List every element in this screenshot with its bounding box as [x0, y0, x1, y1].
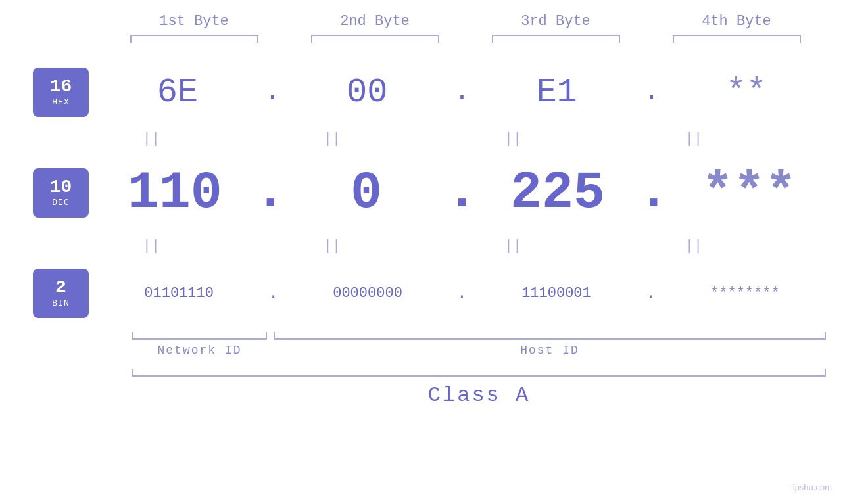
byte-headers: 1st Byte 2nd Byte 3rd Byte 4th Byte	[104, 13, 827, 30]
hex-sep1: .	[264, 78, 280, 107]
dec-byte1: 110	[103, 163, 247, 223]
dec-byte4: ***	[677, 163, 821, 223]
id-labels-row: Network ID Host ID	[132, 344, 826, 357]
dec-badge: 10 DEC	[33, 168, 89, 218]
hex-sep3: .	[644, 78, 660, 107]
bin-byte2: 00000000	[295, 285, 440, 302]
hex-sep2: .	[454, 78, 470, 107]
equals-row-2: || || || ||	[61, 238, 785, 254]
class-label-row: Class A	[132, 383, 826, 407]
bin-byte3: 11100001	[484, 285, 629, 302]
hex-badge: 16 HEX	[33, 68, 89, 117]
dec-byte2: 0	[294, 163, 439, 223]
hex-badge-label: HEX	[52, 97, 69, 107]
host-id-label: Host ID	[274, 344, 826, 357]
hex-badge-num: 16	[50, 77, 72, 97]
hex-byte2: 00	[295, 73, 439, 112]
bin-badge-label: BIN	[52, 298, 69, 308]
full-bracket-row	[132, 369, 826, 377]
bracket-2	[311, 35, 439, 43]
full-bracket-line	[132, 369, 826, 377]
bin-byte4: ********	[673, 285, 817, 302]
dec-sep3: .	[638, 166, 669, 219]
equals-row-1: || || || ||	[61, 131, 785, 147]
hex-byte3: E1	[485, 73, 629, 112]
bin-sep2: .	[457, 285, 466, 302]
bracket-3	[492, 35, 620, 43]
byte-header-2: 2nd Byte	[302, 13, 447, 30]
bin-values: 01101110 . 00000000 . 11100001 . *******…	[99, 285, 845, 302]
eq1-b3: ||	[441, 131, 585, 147]
class-label: Class A	[428, 383, 530, 407]
eq2-b3: ||	[441, 238, 585, 254]
dec-byte3: 225	[485, 163, 630, 223]
dec-sep1: .	[254, 166, 286, 219]
bracket-4	[673, 35, 801, 43]
bin-byte1: 01101110	[107, 285, 251, 302]
bin-badge: 2 BIN	[33, 269, 89, 318]
byte-header-3: 3rd Byte	[483, 13, 628, 30]
network-id-label: Network ID	[132, 344, 267, 357]
eq1-b2: ||	[260, 131, 404, 147]
hex-byte1: 6E	[105, 73, 250, 112]
dec-values: 110 . 0 . 225 . ***	[99, 163, 845, 223]
top-bracket-row	[104, 35, 827, 43]
eq1-b1: ||	[79, 131, 224, 147]
dec-sep2: .	[446, 166, 477, 219]
hex-row: 16 HEX 6E . 00 . E1 . **	[0, 56, 845, 128]
dec-badge-label: DEC	[52, 198, 69, 208]
watermark: ipshu.com	[793, 482, 832, 492]
hex-byte4: **	[674, 73, 819, 112]
eq2-b4: ||	[621, 238, 766, 254]
bin-badge-num: 2	[55, 278, 66, 298]
main-container: 1st Byte 2nd Byte 3rd Byte 4th Byte 16 H…	[0, 0, 845, 504]
eq2-b2: ||	[260, 238, 404, 254]
bottom-bracket-row	[132, 332, 826, 340]
network-bracket	[132, 332, 267, 340]
bin-sep1: .	[268, 285, 278, 302]
bracket-1	[130, 35, 258, 43]
bin-row: 2 BIN 01101110 . 00000000 . 11100001 . *…	[0, 257, 845, 329]
dec-badge-num: 10	[50, 177, 72, 198]
eq1-b4: ||	[621, 131, 766, 147]
host-bracket	[274, 332, 826, 340]
byte-header-4: 4th Byte	[664, 13, 809, 30]
bin-sep3: .	[646, 285, 655, 302]
dec-row: 10 DEC 110 . 0 . 225 . ***	[0, 150, 845, 235]
byte-header-1: 1st Byte	[122, 13, 266, 30]
hex-values: 6E . 00 . E1 . **	[99, 73, 845, 112]
eq2-b1: ||	[79, 238, 224, 254]
